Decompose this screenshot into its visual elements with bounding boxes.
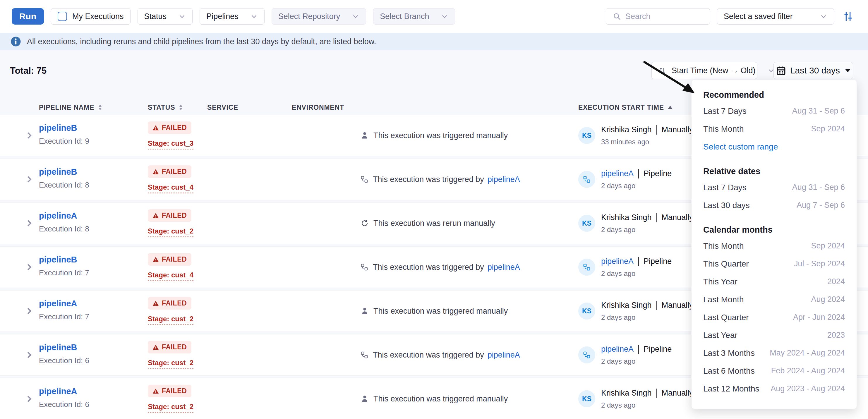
- trigger-mode: Pipeline: [644, 345, 672, 354]
- filter-sliders-icon: [842, 10, 854, 22]
- execution-id: Execution Id: 8: [39, 181, 148, 190]
- date-range-button[interactable]: Last 30 days: [773, 62, 853, 79]
- avatar: KS: [578, 215, 595, 232]
- pipelines-filter-select[interactable]: Pipelines: [199, 8, 265, 25]
- trigger-pipeline-link[interactable]: pipelineA: [488, 351, 520, 360]
- failed-stage-link[interactable]: Stage: cust_4: [148, 271, 193, 281]
- repository-filter-select[interactable]: Select Repository: [272, 8, 366, 25]
- person-icon: [361, 395, 369, 403]
- separator: [656, 213, 657, 222]
- separator: [638, 169, 639, 179]
- my-executions-toggle[interactable]: My Executions: [51, 8, 130, 25]
- header-status[interactable]: STATUS: [148, 104, 207, 111]
- date-menu-option[interactable]: This Quarter Jul - Sep 2024: [703, 255, 845, 273]
- date-menu-option[interactable]: Last 7 Days Aug 31 - Sep 6: [703, 102, 845, 120]
- date-menu-option[interactable]: This Year 2024: [703, 273, 845, 291]
- date-menu-option[interactable]: Last 30 days Aug 7 - Sep 6: [703, 196, 845, 214]
- trigger-mode: Manually: [662, 389, 693, 398]
- warning-icon: [152, 344, 159, 351]
- actor-pipeline-link[interactable]: pipelineA: [601, 257, 633, 266]
- environment-cell: [292, 115, 361, 156]
- expand-row-chevron-icon[interactable]: [25, 175, 34, 184]
- chevron-down-icon: [820, 12, 827, 20]
- expand-row-chevron-icon[interactable]: [25, 307, 34, 315]
- header-environment: ENVIRONMENT: [292, 104, 361, 111]
- trigger-text: This execution was triggered manually: [373, 131, 508, 140]
- actor-pipeline-link[interactable]: pipelineA: [601, 345, 633, 354]
- date-menu-option[interactable]: Last Quarter Apr - Jun 2024: [703, 309, 845, 326]
- pipelines-filter-label: Pipelines: [206, 12, 239, 21]
- failed-stage-link[interactable]: Stage: cust_3: [148, 139, 193, 150]
- header-service: SERVICE: [207, 104, 292, 111]
- run-button[interactable]: Run: [12, 8, 44, 25]
- total-count: Total: 75: [10, 66, 46, 76]
- expand-row-chevron-icon[interactable]: [25, 131, 34, 140]
- failed-stage-link[interactable]: Stage: cust_2: [148, 359, 193, 369]
- sort-asc-icon: [668, 105, 673, 109]
- sort-label: Start Time (New → Old): [672, 66, 755, 75]
- branch-filter-select[interactable]: Select Branch: [373, 8, 455, 25]
- avatar: KS: [578, 302, 595, 320]
- failed-stage-link[interactable]: Stage: cust_2: [148, 227, 193, 237]
- execution-id: Execution Id: 6: [39, 400, 148, 409]
- avatar: KS: [578, 127, 595, 144]
- trigger-pipeline-link[interactable]: pipelineA: [488, 175, 520, 184]
- actor-pipeline-link[interactable]: pipelineA: [601, 169, 633, 178]
- date-menu-option[interactable]: Last 3 Months May 2024 - Aug 2024: [703, 344, 845, 362]
- actor-name: Krishika Singh: [601, 213, 652, 222]
- failed-stage-link[interactable]: Stage: cust_4: [148, 183, 193, 193]
- saved-filter-select[interactable]: Select a saved filter: [717, 8, 834, 25]
- date-menu-option[interactable]: Last Year 2023: [703, 326, 845, 344]
- sort-both-icon: [98, 104, 102, 111]
- warning-icon: [152, 125, 159, 131]
- date-menu-option[interactable]: This Month Sep 2024: [703, 120, 845, 138]
- date-menu-option[interactable]: Select custom range: [703, 138, 845, 156]
- warning-icon: [152, 168, 159, 175]
- expand-row-chevron-icon[interactable]: [25, 394, 34, 403]
- failed-stage-link[interactable]: Stage: cust_2: [148, 315, 193, 325]
- trigger-text: This execution was rerun manually: [373, 219, 495, 228]
- sort-select[interactable]: Start Time (New → Old): [651, 62, 757, 79]
- date-menu-option[interactable]: Last 12 Months Aug 2023 - Aug 2024: [703, 380, 845, 398]
- date-menu-option[interactable]: Last Month Aug 2024: [703, 291, 845, 309]
- person-icon: [361, 307, 369, 315]
- pipeline-name-link[interactable]: pipelineB: [39, 123, 77, 133]
- date-menu-option[interactable]: This Month Sep 2024: [703, 237, 845, 255]
- pipeline-name-link[interactable]: pipelineB: [39, 167, 77, 176]
- trigger-pipeline-link[interactable]: pipelineA: [488, 263, 520, 272]
- expand-row-chevron-icon[interactable]: [25, 219, 34, 228]
- service-cell: [207, 203, 292, 244]
- pipeline-name-link[interactable]: pipelineB: [39, 255, 77, 264]
- trigger-mode: Manually: [662, 213, 693, 222]
- service-cell: [207, 291, 292, 331]
- pipeline-name-link[interactable]: pipelineA: [39, 211, 77, 220]
- expand-row-chevron-icon[interactable]: [25, 263, 34, 271]
- status-filter-label: Status: [144, 12, 167, 21]
- subpipeline-icon: [361, 263, 368, 271]
- actor-name: Krishika Singh: [601, 301, 652, 310]
- expand-row-chevron-icon[interactable]: [25, 351, 34, 359]
- status-filter-select[interactable]: Status: [137, 8, 193, 25]
- sort-both-icon: [179, 104, 183, 111]
- pipeline-name-link[interactable]: pipelineA: [39, 299, 77, 308]
- date-range-dropdown: Recommended Last 7 Days Aug 31 - Sep 6 T…: [691, 79, 857, 409]
- date-menu-option[interactable]: Last 6 Months Feb 2024 - Aug 2024: [703, 362, 845, 380]
- start-time-relative: 2 days ago: [601, 269, 672, 278]
- my-executions-checkbox[interactable]: [58, 12, 67, 21]
- pipeline-name-link[interactable]: pipelineA: [39, 387, 77, 396]
- pipeline-name-link[interactable]: pipelineB: [39, 343, 77, 352]
- date-menu-option[interactable]: Last 7 Days Aug 31 - Sep 6: [703, 179, 845, 196]
- date-menu-section-title: Relative dates: [703, 164, 845, 179]
- warning-icon: [152, 388, 159, 394]
- start-time-relative: 2 days ago: [601, 313, 693, 322]
- trigger-mode: Pipeline: [644, 169, 672, 178]
- header-pipeline-name[interactable]: PIPELINE NAME: [39, 104, 148, 111]
- filter-settings-button[interactable]: [841, 9, 855, 23]
- trigger-mode: Manually: [662, 301, 693, 310]
- subpipeline-icon: [578, 259, 595, 276]
- search-field[interactable]: [606, 8, 710, 25]
- service-cell: [207, 159, 292, 200]
- status-badge: FAILED: [148, 297, 191, 310]
- search-input[interactable]: [625, 12, 703, 21]
- failed-stage-link[interactable]: Stage: cust_2: [148, 402, 193, 413]
